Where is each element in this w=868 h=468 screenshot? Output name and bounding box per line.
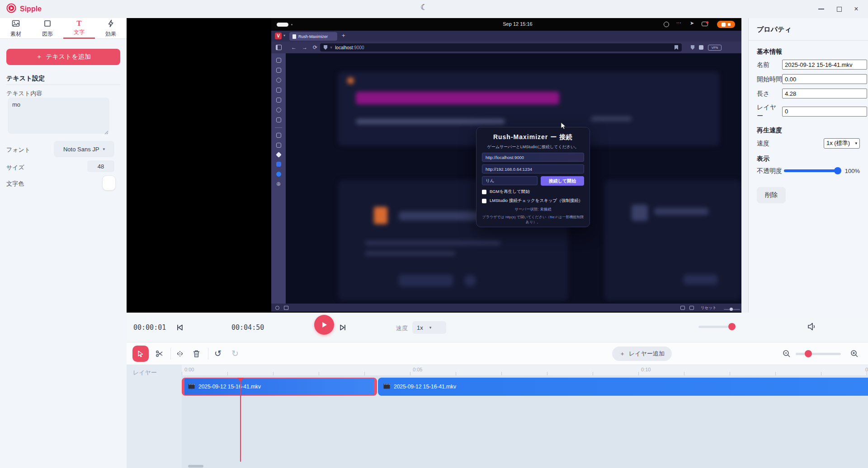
delete-button[interactable]: 削除 [757, 187, 786, 203]
minimize-icon [818, 9, 824, 9]
dark-mode-toggle-icon[interactable]: ☾ [420, 3, 427, 12]
recorded-sparkle-icon [276, 152, 282, 158]
recorded-zoom-reset-label: リセット [701, 305, 717, 311]
recorded-dialog-title: Rush-Maximizer ー 接続 [482, 133, 584, 141]
opacity-slider[interactable] [784, 169, 840, 172]
split-tool-button[interactable] [172, 346, 188, 362]
name-input[interactable] [782, 60, 867, 70]
recorded-clock: Sep 12 15:16 [479, 21, 556, 27]
name-label: 名前 [757, 61, 782, 69]
zoom-in-icon[interactable] [850, 349, 859, 360]
layer-label: レイヤー [757, 103, 782, 120]
properties-title: プロパティ [757, 25, 860, 34]
volume-icon[interactable] [807, 322, 817, 333]
tab-effects[interactable]: 効果 [95, 18, 127, 39]
timeline-panel: レイヤー 0:00 0:05 0:10 0:15 2025-09-12 15-1… [127, 365, 868, 468]
volume-slider[interactable] [698, 326, 735, 328]
tab-text-label: 文字 [74, 28, 85, 36]
delete-clip-button[interactable] [188, 346, 204, 362]
tab-material[interactable]: 素材 [0, 18, 32, 39]
recorded-browser-logo-icon: V [275, 33, 282, 39]
size-input[interactable] [87, 160, 114, 172]
resize-grip-icon[interactable] [104, 128, 108, 136]
tab-text[interactable]: T 文字 [63, 18, 95, 39]
timeline-scrollbar-thumb[interactable] [188, 465, 203, 468]
start-time-input[interactable] [782, 74, 867, 84]
play-icon [321, 321, 328, 328]
recorded-status-bar: リセット [271, 304, 741, 312]
recorded-reload-icon: ⟳ [313, 44, 317, 51]
cut-tool-button[interactable] [151, 346, 168, 362]
properties-panel: プロパティ 基本情報 名前 開始時間 長さ レイヤー 再生速度 速度 1x (標… [748, 18, 868, 313]
chevron-down-icon: ▾ [103, 147, 105, 151]
timeline-ruler[interactable]: 0:00 0:05 0:10 0:15 [182, 365, 868, 376]
playback-speed-value: 1x [417, 324, 423, 331]
start-time-row: 開始時間 [757, 74, 860, 84]
volume-slider-knob[interactable] [728, 323, 736, 330]
recorded-calendar-icon [276, 133, 281, 138]
previous-frame-button[interactable] [174, 322, 186, 333]
add-text-button[interactable]: ＋ テキストを追加 [6, 49, 120, 65]
recorded-lmstudio-url-input [482, 164, 584, 173]
plus-icon: ＋ [619, 350, 625, 358]
playhead-line[interactable] [240, 378, 241, 462]
display-section-title: 表示 [757, 155, 860, 163]
recorded-back-icon: ← [291, 44, 297, 51]
recorded-browser-sidebar: ⊕ [271, 53, 286, 304]
lightning-icon [107, 19, 115, 29]
ruler-ticks [182, 372, 868, 375]
minimize-button[interactable] [815, 5, 827, 14]
font-select-value: Noto Sans JP [63, 146, 99, 153]
close-button[interactable]: × [850, 5, 863, 14]
chevron-down-icon: ▾ [429, 325, 432, 330]
add-layer-label: レイヤー追加 [629, 350, 665, 358]
divider [749, 40, 868, 41]
tab-shapes[interactable]: 図形 [32, 18, 63, 39]
recorded-card-1-line-2 [365, 251, 455, 256]
recorded-card-2 [604, 180, 741, 301]
recorded-panel-icon [276, 45, 282, 50]
text-content-input[interactable]: mo [8, 98, 109, 134]
zoom-out-icon[interactable] [782, 349, 791, 360]
speed-select[interactable]: 1x (標準) ▾ [824, 138, 860, 149]
length-input[interactable] [782, 89, 867, 98]
redo-button[interactable]: ↻ [227, 346, 243, 362]
clip-trim-handle-right[interactable] [374, 378, 377, 396]
recorded-mouse-cursor-icon [561, 122, 566, 131]
undo-button[interactable]: ↺ [210, 346, 226, 362]
font-select[interactable]: Noto Sans JP ▾ [54, 141, 114, 157]
recorded-url-host: localhost [335, 45, 353, 50]
playback-speed-select[interactable]: 1x ▾ [412, 321, 446, 334]
length-label: 長さ [757, 89, 782, 98]
recorded-server-url-input [482, 153, 584, 162]
timeline-zoom-knob[interactable] [805, 350, 812, 357]
scissors-icon [156, 350, 164, 358]
plus-icon: ＋ [36, 53, 42, 61]
cursor-icon [137, 350, 144, 357]
recorded-menu-dots-icon: ⋯ [676, 20, 681, 25]
timeline-clip-1-selected[interactable]: 2025-09-12 15-16-41.mkv [182, 378, 377, 396]
play-button[interactable] [314, 315, 334, 335]
timeline-zoom-slider[interactable] [796, 353, 841, 355]
select-tool-button[interactable] [132, 346, 149, 362]
recorded-address-bar: ← → ⟳ ∨ localhost :9000 VPN [271, 42, 741, 53]
recorded-hero-title [356, 92, 559, 104]
clip-name: 2025-09-12 15-16-41.mkv [198, 384, 261, 390]
start-time-label: 開始時間 [757, 75, 782, 84]
clip-trim-handle-left[interactable] [182, 378, 184, 396]
recorded-tray-icon-2: ➤ [690, 20, 694, 26]
next-frame-button[interactable] [337, 322, 349, 333]
recorded-card-1-button [399, 275, 453, 286]
opacity-slider-knob[interactable] [834, 167, 841, 174]
timeline-clip-2[interactable]: 2025-09-12 15-16-41.mkv [378, 378, 868, 396]
recorded-dialog-subtitle: ゲームサーバーとLMStudioに接続してください。 [482, 144, 584, 150]
recorded-connect-dialog: Rush-Maximizer ー 接続 ゲームサーバーとLMStudioに接続し… [476, 127, 590, 227]
playhead-marker[interactable] [237, 378, 244, 382]
speed-section-title: 再生速度 [757, 126, 860, 135]
recorded-stop-icon [728, 23, 731, 26]
text-color-swatch[interactable] [102, 175, 116, 191]
add-layer-button[interactable]: ＋ レイヤー追加 [612, 346, 672, 361]
maximize-button[interactable] [833, 5, 845, 14]
recorded-card-2-button [684, 275, 717, 285]
layer-input[interactable] [782, 107, 867, 117]
